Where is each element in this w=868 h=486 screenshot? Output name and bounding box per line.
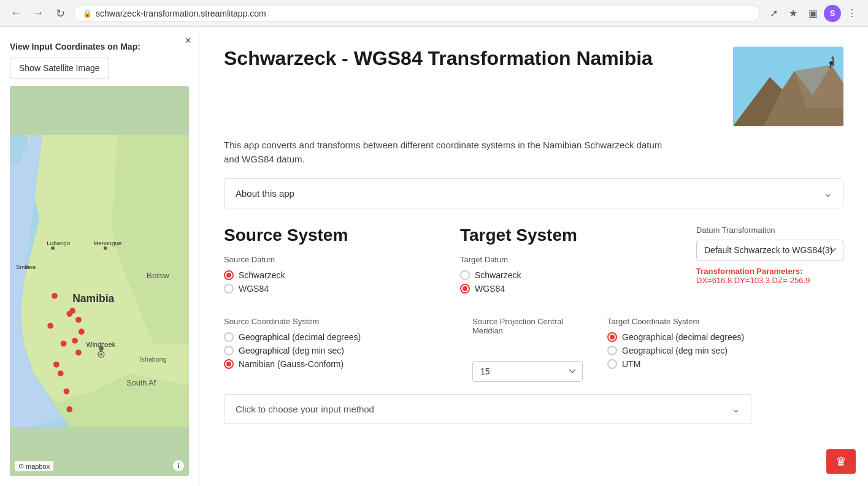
systems-row: Source System Source Datum Schwarzeck WG… xyxy=(224,226,843,305)
svg-rect-38 xyxy=(832,59,834,66)
svg-text:Tshabong: Tshabong xyxy=(138,355,166,363)
app-description: This app converts and transforms between… xyxy=(224,139,678,166)
source-coord-system: Source Coordinate System Geographical (d… xyxy=(224,317,472,380)
source-gauss-radio[interactable]: Namibian (Gauss-Conform) xyxy=(224,359,460,369)
transform-params-value: DX=616.8 DY=103.3 DZ=-256.9 xyxy=(696,276,843,285)
main-content: Schwarzeck - WGS84 Transformation Namibi… xyxy=(199,27,868,486)
svg-point-20 xyxy=(69,308,75,314)
sidebar-close-button[interactable]: × xyxy=(185,34,191,47)
forward-button[interactable]: → xyxy=(29,5,47,22)
accordion-label: About this app xyxy=(236,188,294,199)
about-accordion: About this app ⌄ xyxy=(224,178,843,208)
svg-point-30 xyxy=(75,349,82,355)
svg-point-25 xyxy=(66,406,72,412)
projection-label: Source Projection Central Meridian xyxy=(472,317,595,335)
source-coord-label: Source Coordinate System xyxy=(224,317,460,326)
sidebar-content: View Input Coordinates on Map: Show Sate… xyxy=(0,27,199,486)
source-wgs84-circle xyxy=(224,284,234,294)
target-coord-radios: Geographical (decimal degrees) Geographi… xyxy=(607,332,843,369)
source-schwarzeck-radio[interactable]: Schwarzeck xyxy=(224,270,436,280)
sidebar-map-label: View Input Coordinates on Map: xyxy=(10,42,189,51)
input-method-row: Click to choose your input method ⌄ xyxy=(224,394,751,424)
datum-transformation: Datum Transformation Default Schwarzeck … xyxy=(684,226,843,285)
input-method-dropdown[interactable]: Click to choose your input method ⌄ xyxy=(224,394,751,424)
svg-point-29 xyxy=(100,353,102,355)
svg-text:Lubango: Lubango xyxy=(47,240,70,246)
target-utm-radio[interactable]: UTM xyxy=(607,359,843,369)
target-coord-system: Target Coordinate System Geographical (d… xyxy=(607,317,843,380)
source-gauss-circle xyxy=(224,359,234,369)
profile-button[interactable]: S xyxy=(824,5,841,22)
target-title: Target System xyxy=(460,226,672,245)
svg-point-19 xyxy=(75,317,82,323)
source-geo-dd-radio[interactable]: Geographical (decimal degrees) xyxy=(224,332,460,342)
bookmark-button[interactable]: ★ xyxy=(785,5,802,22)
satellite-button[interactable]: Show Satellite Image xyxy=(10,58,109,78)
svg-point-26 xyxy=(53,362,60,368)
svg-point-13 xyxy=(26,265,29,269)
projection-section: Source Projection Central Meridian 15 17… xyxy=(472,317,607,382)
svg-point-24 xyxy=(64,389,70,395)
header-image xyxy=(733,47,843,126)
target-wgs84-radio[interactable]: WGS84 xyxy=(460,284,672,294)
target-wgs84-circle xyxy=(460,284,470,294)
namibia-map: Namibia Botsw South Af Lubango Menongue … xyxy=(10,86,189,476)
address-bar[interactable]: 🔒 schwarzeck-transformation.streamlitapp… xyxy=(74,5,760,22)
app-layout: × View Input Coordinates on Map: Show Sa… xyxy=(0,27,868,486)
target-geo-dd-radio[interactable]: Geographical (decimal degrees) xyxy=(607,332,843,342)
share-button[interactable]: ➚ xyxy=(765,5,782,22)
svg-text:Smbwa: Smbwa xyxy=(16,264,36,270)
svg-text:South Af: South Af xyxy=(126,379,156,387)
chrome-actions: ➚ ★ ▣ S ⋮ xyxy=(765,5,861,22)
target-utm-circle xyxy=(607,359,617,369)
mapbox-icon: ⊙ xyxy=(18,462,24,470)
mountain-svg xyxy=(733,47,843,126)
map-container: Namibia Botsw South Af Lubango Menongue … xyxy=(10,86,189,476)
svg-point-31 xyxy=(72,338,78,344)
source-datum-label: Source Datum xyxy=(224,255,436,264)
source-datum-radios: Schwarzeck WGS84 xyxy=(224,270,436,294)
datum-transformation-select[interactable]: Default Schwarzeck to WGS84(3) xyxy=(696,240,843,260)
svg-point-27 xyxy=(47,323,53,329)
fab-icon: ♛ xyxy=(835,454,847,469)
transform-params-label: Transformation Parameters: xyxy=(696,267,843,276)
svg-point-11 xyxy=(104,246,107,250)
browser-chrome: ← → ↻ 🔒 schwarzeck-transformation.stream… xyxy=(0,0,868,27)
reload-button[interactable]: ↻ xyxy=(52,5,69,22)
map-info-button[interactable]: i xyxy=(173,460,184,471)
lock-icon: 🔒 xyxy=(83,9,92,18)
source-geo-dms-circle xyxy=(224,346,234,355)
transform-params: Transformation Parameters: DX=616.8 DY=1… xyxy=(696,267,843,285)
target-geo-dms-radio[interactable]: Geographical (deg min sec) xyxy=(607,346,843,355)
svg-text:Menongue: Menongue xyxy=(93,240,121,246)
svg-point-21 xyxy=(79,328,85,335)
split-view-button[interactable]: ▣ xyxy=(804,5,821,22)
svg-point-15 xyxy=(99,346,104,351)
target-geo-dd-circle xyxy=(607,332,617,342)
projection-select[interactable]: 15 17 19 21 23 25 xyxy=(472,361,583,382)
app-title: Schwarzeck - WGS84 Transformation Namibi… xyxy=(224,47,653,70)
target-coord-label: Target Coordinate System xyxy=(607,317,843,326)
source-wgs84-radio[interactable]: WGS84 xyxy=(224,284,436,294)
target-schwarzeck-radio[interactable]: Schwarzeck xyxy=(460,270,672,280)
target-geo-dms-circle xyxy=(607,346,617,355)
sidebar: × View Input Coordinates on Map: Show Sa… xyxy=(0,27,199,486)
source-system: Source System Source Datum Schwarzeck WG… xyxy=(224,226,460,305)
target-datum-label: Target Datum xyxy=(460,255,672,264)
app-header: Schwarzeck - WGS84 Transformation Namibi… xyxy=(224,47,843,126)
fab-button[interactable]: ♛ xyxy=(826,449,856,474)
source-geo-dms-radio[interactable]: Geographical (deg min sec) xyxy=(224,346,460,355)
target-datum-radios: Schwarzeck WGS84 xyxy=(460,270,672,294)
accordion-chevron-icon: ⌄ xyxy=(824,188,832,199)
target-system: Target System Target Datum Schwarzeck WG… xyxy=(460,226,684,305)
target-schwarzeck-circle xyxy=(460,270,470,280)
menu-button[interactable]: ⋮ xyxy=(843,5,861,22)
accordion-header[interactable]: About this app ⌄ xyxy=(225,179,843,208)
source-geo-dd-circle xyxy=(224,332,234,342)
svg-text:Botsw: Botsw xyxy=(147,271,169,280)
back-button[interactable]: ← xyxy=(7,5,25,22)
mapbox-logo: ⊙ mapbox xyxy=(15,461,53,471)
source-coord-radios: Geographical (decimal degrees) Geographi… xyxy=(224,332,460,369)
svg-point-23 xyxy=(58,371,64,377)
input-method-label: Click to choose your input method xyxy=(236,404,374,414)
